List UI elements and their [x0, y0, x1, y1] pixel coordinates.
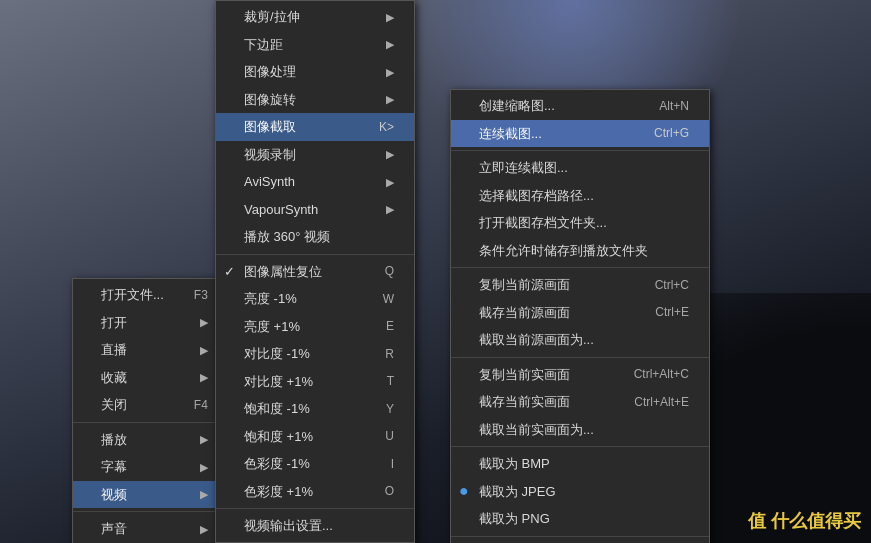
menu-brightness-plus[interactable]: 亮度 +1% E: [216, 313, 414, 341]
menu-open[interactable]: 打开 ▶: [73, 309, 228, 337]
menu-open-file[interactable]: 打开文件... F3: [73, 281, 228, 309]
menu-image-attr-reset[interactable]: ✓ 图像属性复位 Q: [216, 258, 414, 286]
menu-copy-current[interactable]: 复制当前实画面 Ctrl+Alt+C: [451, 361, 709, 389]
menu-play[interactable]: 播放 ▶: [73, 426, 228, 454]
menu-vapoursynth[interactable]: VapourSynth ▶: [216, 196, 414, 224]
menu-create-thumbnail[interactable]: 创建缩略图... Alt+N: [451, 92, 709, 120]
menu-container: 打开文件... F3 打开 ▶ 直播 ▶ 收藏 ▶ 关闭 F4 播放 ▶ 字幕 …: [0, 0, 871, 543]
separator2: [216, 508, 414, 509]
menu-video-output-settings[interactable]: 视频输出设置...: [216, 512, 414, 540]
menu-conditional-save[interactable]: 条件允许时储存到播放文件夹: [451, 237, 709, 265]
dot-icon: ●: [459, 479, 469, 503]
menu-bottom-margin[interactable]: 下边距 ▶: [216, 31, 414, 59]
menu-level1: 打开文件... F3 打开 ▶ 直播 ▶ 收藏 ▶ 关闭 F4 播放 ▶ 字幕 …: [72, 278, 229, 543]
menu-continuous-capture[interactable]: 连续截图... Ctrl+G: [451, 120, 709, 148]
menu-image-rotate[interactable]: 图像旋转 ▶: [216, 86, 414, 114]
separator1: [451, 150, 709, 151]
menu-video-record[interactable]: 视频录制 ▶: [216, 141, 414, 169]
menu-select-path[interactable]: 选择截图存档路径...: [451, 182, 709, 210]
menu-crop-stretch[interactable]: 裁剪/拉伸 ▶: [216, 3, 414, 31]
menu-saturation-plus[interactable]: 饱和度 +1% U: [216, 423, 414, 451]
menu-hue-plus[interactable]: 色彩度 +1% O: [216, 478, 414, 506]
menu-level2: 裁剪/拉伸 ▶ 下边距 ▶ 图像处理 ▶ 图像旋转 ▶ 图像截取 K> 视频录制…: [215, 0, 415, 543]
check-icon: ✓: [224, 262, 235, 282]
separator: [216, 254, 414, 255]
menu-instant-continuous[interactable]: 立即连续截图...: [451, 154, 709, 182]
menu-image-processing[interactable]: 图像处理 ▶: [216, 58, 414, 86]
separator2: [73, 511, 228, 512]
separator: [73, 422, 228, 423]
menu-capture-current-as[interactable]: 截取当前实画面为...: [451, 416, 709, 444]
menu-video[interactable]: 视频 ▶: [73, 481, 228, 509]
menu-live[interactable]: 直播 ▶: [73, 336, 228, 364]
separator2: [451, 267, 709, 268]
menu-subtitle[interactable]: 字幕 ▶: [73, 453, 228, 481]
menu-capture-png[interactable]: 截取为 PNG: [451, 505, 709, 533]
menu-level3: 创建缩略图... Alt+N 连续截图... Ctrl+G 立即连续截图... …: [450, 89, 710, 543]
menu-contrast-plus[interactable]: 对比度 +1% T: [216, 368, 414, 396]
menu-close[interactable]: 关闭 F4: [73, 391, 228, 419]
menu-save-current[interactable]: 截存当前实画面 Ctrl+Alt+E: [451, 388, 709, 416]
separator3: [451, 357, 709, 358]
menu-capture-bmp[interactable]: 截取为 BMP: [451, 450, 709, 478]
menu-hue-minus[interactable]: 色彩度 -1% I: [216, 450, 414, 478]
separator4: [451, 446, 709, 447]
menu-saturation-minus[interactable]: 饱和度 -1% Y: [216, 395, 414, 423]
menu-capture-source-as[interactable]: 截取当前源画面为...: [451, 326, 709, 354]
menu-contrast-minus[interactable]: 对比度 -1% R: [216, 340, 414, 368]
menu-avisynth[interactable]: AviSynth ▶: [216, 168, 414, 196]
menu-copy-source[interactable]: 复制当前源画面 Ctrl+C: [451, 271, 709, 299]
menu-save-source[interactable]: 截存当前源画面 Ctrl+E: [451, 299, 709, 327]
menu-play-360[interactable]: 播放 360° 视频: [216, 223, 414, 251]
menu-capture-jpeg[interactable]: ● 截取为 JPEG: [451, 478, 709, 506]
menu-sound[interactable]: 声音 ▶: [73, 515, 228, 543]
menu-use-timestamp[interactable]: ● 以当前时间命名文件: [451, 540, 709, 544]
menu-favorites[interactable]: 收藏 ▶: [73, 364, 228, 392]
menu-brightness-minus[interactable]: 亮度 -1% W: [216, 285, 414, 313]
separator5: [451, 536, 709, 537]
menu-image-capture[interactable]: 图像截取 K>: [216, 113, 414, 141]
menu-open-folder[interactable]: 打开截图存档文件夹...: [451, 209, 709, 237]
